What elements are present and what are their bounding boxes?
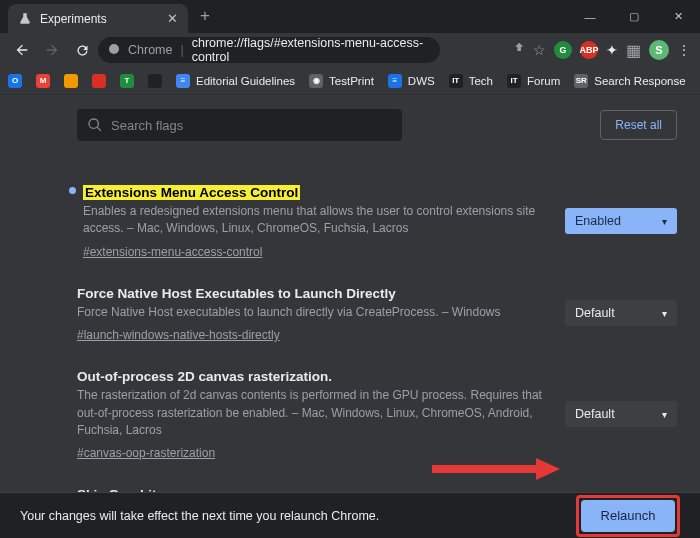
nav-toolbar: Chrome | chrome://flags/#extensions-menu…	[0, 33, 700, 67]
bookmark-label: Tech	[469, 75, 493, 87]
bookmark-favicon: T	[120, 74, 134, 88]
relaunch-message: Your changes will take effect the next t…	[20, 509, 379, 523]
browser-tab[interactable]: Experiments ✕	[8, 4, 188, 33]
new-tab-button[interactable]: +	[200, 6, 210, 26]
reset-all-button[interactable]: Reset all	[600, 110, 677, 140]
bookmark-item[interactable]: ≡DWS	[388, 74, 435, 88]
back-button[interactable]	[8, 36, 36, 64]
relaunch-bar: Your changes will take effect the next t…	[0, 492, 700, 538]
flag-control: Enabled▾	[565, 183, 677, 260]
flag-title: Extensions Menu Access Control	[83, 185, 300, 200]
bookmark-favicon: ≡	[176, 74, 190, 88]
flag-row: Force Native Host Executables to Launch …	[77, 274, 677, 357]
bookmark-favicon: SR	[574, 74, 588, 88]
forward-button[interactable]	[38, 36, 66, 64]
relaunch-button[interactable]: Relaunch	[581, 500, 675, 532]
bookmark-label: TestPrint	[329, 75, 374, 87]
bookmark-item[interactable]: ITTech	[449, 74, 493, 88]
bookmark-favicon: M	[36, 74, 50, 88]
maximize-icon[interactable]: ▢	[612, 0, 656, 33]
bookmark-item[interactable]: O	[8, 74, 22, 88]
flag-state-value: Default	[575, 407, 615, 421]
svg-point-0	[109, 44, 119, 54]
flag-title: Force Native Host Executables to Launch …	[77, 286, 396, 301]
chevron-down-icon: ▾	[662, 216, 667, 227]
kebab-menu-icon[interactable]: ⋮	[677, 42, 692, 58]
modified-dot-icon	[69, 187, 76, 194]
bookmark-item[interactable]: SRSearch Response	[574, 74, 685, 88]
bookmark-item[interactable]	[92, 74, 106, 88]
flag-row: Out-of-process 2D canvas rasterization.T…	[77, 357, 677, 475]
reload-button[interactable]	[68, 36, 96, 64]
flag-state-value: Default	[575, 306, 615, 320]
search-icon	[87, 117, 103, 133]
flags-page: Search flags Reset all Extensions Menu A…	[0, 95, 700, 492]
close-window-icon[interactable]: ✕	[656, 0, 700, 33]
flag-description: The rasterization of 2d canvas contents …	[77, 387, 547, 439]
chrome-icon	[108, 43, 120, 58]
tab-title: Experiments	[40, 12, 107, 26]
flag-row: Skia GraphiteEnable Skia Graphite. This …	[77, 475, 677, 492]
bookmark-favicon: ≡	[388, 74, 402, 88]
window-controls: — ▢ ✕	[568, 0, 700, 33]
bookmark-item[interactable]	[64, 74, 78, 88]
flag-description: Enables a redesigned extensions menu tha…	[83, 203, 547, 238]
bookmark-label: DWS	[408, 75, 435, 87]
flag-state-select[interactable]: Default▾	[565, 401, 677, 427]
bookmark-label: Forum	[527, 75, 560, 87]
flag-info: Skia GraphiteEnable Skia Graphite. This …	[77, 485, 547, 492]
bookmark-star-icon[interactable]: ☆	[533, 42, 546, 58]
bookmark-favicon: O	[8, 74, 22, 88]
omnibox-sep: |	[180, 43, 183, 57]
window-titlebar: Experiments ✕ + — ▢ ✕	[0, 0, 700, 33]
bookmark-favicon: IT	[507, 74, 521, 88]
flag-info: Out-of-process 2D canvas rasterization.T…	[77, 367, 547, 461]
bookmark-favicon	[148, 74, 162, 88]
search-placeholder: Search flags	[111, 118, 183, 133]
bookmark-item[interactable]	[148, 74, 162, 88]
flag-control: Default▾	[565, 284, 677, 343]
bookmark-favicon	[64, 74, 78, 88]
bookmark-favicon	[92, 74, 106, 88]
bookmark-item[interactable]: M	[36, 74, 50, 88]
overflow-extension-icon[interactable]: ▦	[626, 41, 641, 60]
bookmark-favicon: ◉	[309, 74, 323, 88]
profile-avatar[interactable]: S	[649, 40, 669, 60]
search-input[interactable]: Search flags	[77, 109, 402, 141]
relaunch-highlight: Relaunch	[576, 495, 680, 537]
bookmark-item[interactable]: ◉TestPrint	[309, 74, 374, 88]
flag-description: Force Native Host executables to launch …	[77, 304, 547, 321]
bookmark-item[interactable]: T	[120, 74, 134, 88]
flask-icon	[18, 12, 32, 26]
share-icon[interactable]	[511, 41, 525, 59]
omnibox-scheme: Chrome	[128, 43, 172, 57]
flag-info: Force Native Host Executables to Launch …	[77, 284, 547, 343]
flag-state-select[interactable]: Enabled▾	[565, 208, 677, 234]
chevron-down-icon: ▾	[662, 409, 667, 420]
extensions-menu-icon[interactable]: ✦	[606, 42, 618, 58]
bookmark-item[interactable]: ≡Editorial Guidelines	[176, 74, 295, 88]
flag-control: Default▾	[565, 367, 677, 461]
flag-state-value: Enabled	[575, 214, 621, 228]
minimize-icon[interactable]: —	[568, 0, 612, 33]
bookmark-item[interactable]: ITForum	[507, 74, 560, 88]
close-icon[interactable]: ✕	[167, 11, 178, 26]
bookmark-favicon: IT	[449, 74, 463, 88]
omnibox[interactable]: Chrome | chrome://flags/#extensions-menu…	[98, 37, 440, 63]
flag-anchor-link[interactable]: #extensions-menu-access-control	[83, 245, 262, 259]
extension-icon[interactable]: G	[554, 41, 572, 59]
bookmarks-bar: OMT≡Editorial Guidelines◉TestPrint≡DWSIT…	[0, 67, 700, 95]
flag-title: Out-of-process 2D canvas rasterization.	[77, 369, 332, 384]
flag-info: Extensions Menu Access ControlEnables a …	[83, 183, 547, 260]
bookmark-label: Editorial Guidelines	[196, 75, 295, 87]
chevron-down-icon: ▾	[662, 308, 667, 319]
omnibox-url: chrome://flags/#extensions-menu-access-c…	[192, 36, 430, 64]
flag-anchor-link[interactable]: #launch-windows-native-hosts-directly	[77, 328, 280, 342]
flag-control: Default▾	[565, 485, 677, 492]
flag-row: Extensions Menu Access ControlEnables a …	[77, 173, 677, 274]
flag-state-select[interactable]: Default▾	[565, 300, 677, 326]
bookmark-label: Search Response	[594, 75, 685, 87]
extension-icon[interactable]: ABP	[580, 41, 598, 59]
flag-anchor-link[interactable]: #canvas-oop-rasterization	[77, 446, 215, 460]
